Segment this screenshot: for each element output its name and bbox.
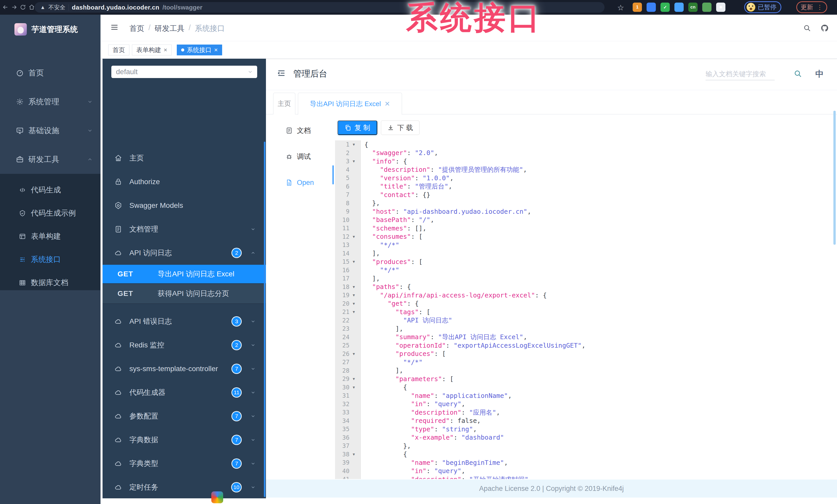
fold-icon[interactable]: ▼ bbox=[351, 143, 360, 147]
code-line: 36 "x-example": "dashboard" bbox=[335, 433, 837, 442]
swagger-endpoint-6[interactable]: GET获得API 访问日志分页 bbox=[103, 283, 266, 304]
sidebar-item-0[interactable]: 首页 bbox=[0, 58, 101, 87]
fold-icon[interactable]: ▼ bbox=[351, 235, 360, 239]
copy-label: 复 制 bbox=[354, 123, 370, 132]
swagger-item-文档管理[interactable]: 文档管理 bbox=[103, 217, 266, 241]
copy-icon bbox=[344, 125, 351, 131]
swagger-scrollbar[interactable] bbox=[264, 142, 265, 497]
paused-extension-pill[interactable]: 已暂停 bbox=[744, 1, 781, 13]
swagger-panel: default 主页AuthorizeSwagger Models文档管理API… bbox=[103, 59, 266, 498]
api-group-select[interactable]: default bbox=[111, 66, 257, 78]
close-icon[interactable]: × bbox=[214, 46, 218, 54]
chevup-icon bbox=[87, 156, 93, 162]
ext-cn-green[interactable]: cn bbox=[688, 3, 698, 12]
breadcrumb-item-0[interactable]: 首页 bbox=[129, 23, 144, 34]
breadcrumb-item-2[interactable]: 系统接口 bbox=[195, 23, 225, 34]
count-badge: 7 bbox=[231, 459, 242, 469]
submenu-item-2[interactable]: 表单构建 bbox=[0, 225, 101, 248]
floating-widget[interactable] bbox=[211, 491, 223, 503]
code-line: 5 "version": "1.0.0", bbox=[335, 174, 837, 182]
dev-tools-submenu: 代码生成代码生成示例表单构建系统接口数据库文档 bbox=[0, 174, 101, 290]
browser-reload-icon[interactable] bbox=[18, 2, 28, 12]
count-badge: 10 bbox=[231, 482, 242, 492]
code-icon bbox=[19, 187, 26, 193]
fold-icon[interactable]: ▼ bbox=[351, 352, 360, 356]
ext-grid-blue[interactable] bbox=[674, 3, 684, 12]
swagger-item-API 错误日志[interactable]: API 错误日志3 bbox=[103, 310, 266, 333]
sidebar-item-2[interactable]: 基础设施 bbox=[0, 116, 101, 145]
swagger-item-主页[interactable]: 主页 bbox=[103, 146, 266, 170]
chevdown-icon bbox=[250, 366, 256, 371]
fold-icon[interactable]: ▼ bbox=[351, 302, 360, 306]
bookmark-star-icon[interactable]: ☆ bbox=[617, 3, 624, 12]
code-line: 30▼ { bbox=[335, 383, 837, 392]
breadcrumb-item-1[interactable]: 研发工具 bbox=[155, 23, 184, 34]
swagger-item-API 访问日志[interactable]: API 访问日志2 bbox=[103, 241, 266, 265]
download-button[interactable]: 下 载 bbox=[381, 120, 420, 135]
fold-icon[interactable]: ▼ bbox=[351, 293, 360, 297]
browser-forward-icon[interactable] bbox=[9, 2, 19, 12]
swagger-item-字典类型[interactable]: 字典类型7 bbox=[103, 452, 266, 475]
swagger-item-定时任务[interactable]: 定时任务10 bbox=[103, 475, 266, 498]
swagger-item-Swagger Models[interactable]: Swagger Models bbox=[103, 194, 266, 217]
ext-pin-blue[interactable] bbox=[646, 3, 656, 12]
close-icon[interactable]: × bbox=[164, 46, 167, 54]
brand-row[interactable]: 芋道管理系统 bbox=[0, 20, 101, 38]
fold-icon[interactable]: ▼ bbox=[351, 159, 360, 163]
fold-icon[interactable]: ▼ bbox=[351, 260, 360, 264]
code-lines: 1▼{2 "swagger": "2.0",3▼ "info": {4 "des… bbox=[335, 141, 837, 479]
sidebar-item-1[interactable]: 系统管理 bbox=[0, 87, 101, 116]
browser-menu-icon[interactable]: ⋮ bbox=[817, 4, 823, 11]
close-icon[interactable]: ✕ bbox=[385, 100, 390, 108]
doc-tab-1[interactable]: 导出API 访问日志 Excel✕ bbox=[298, 93, 402, 115]
swagger-item-Authorize[interactable]: Authorize bbox=[103, 170, 266, 194]
language-icon[interactable]: 中 bbox=[815, 69, 824, 80]
copy-button[interactable]: 复 制 bbox=[338, 120, 377, 135]
ext-star-white[interactable]: ✷ bbox=[716, 3, 726, 12]
doc-search-icon[interactable] bbox=[794, 70, 802, 78]
ext-check-green[interactable]: ✓ bbox=[660, 3, 670, 12]
browser-back-icon[interactable] bbox=[1, 2, 10, 12]
tag-表单构建[interactable]: 表单构建× bbox=[132, 44, 172, 55]
code-line: 26▼ "produces": [ bbox=[335, 350, 837, 358]
code-editor[interactable]: 1▼{2 "swagger": "2.0",3▼ "info": {4 "des… bbox=[335, 141, 837, 479]
submenu-item-3[interactable]: 系统接口 bbox=[0, 248, 101, 271]
code-line: 24 "summary": "导出API 访问日志 Excel", bbox=[335, 333, 837, 341]
fold-icon[interactable]: ▼ bbox=[351, 285, 360, 289]
tag-首页[interactable]: 首页 bbox=[108, 44, 129, 55]
doc-tab-0[interactable]: 主页 bbox=[273, 93, 295, 114]
swagger-item-参数配置[interactable]: 参数配置7 bbox=[103, 404, 266, 428]
ext-leaf-green[interactable] bbox=[702, 3, 712, 12]
search-icon[interactable] bbox=[801, 22, 813, 34]
code-line: 21▼ "tags": [ bbox=[335, 308, 837, 316]
swagger-item-Redis 监控[interactable]: Redis 监控2 bbox=[103, 333, 266, 357]
swagger-endpoint-5[interactable]: GET导出API 访问日志 Excel bbox=[103, 265, 266, 283]
fold-icon[interactable]: ▼ bbox=[351, 310, 360, 314]
page-scrollbar[interactable] bbox=[833, 111, 836, 245]
hamburger-icon[interactable] bbox=[110, 23, 119, 32]
side-tab-Open[interactable]: Open bbox=[266, 173, 335, 192]
cloud-icon bbox=[114, 341, 122, 349]
fold-icon[interactable]: ▼ bbox=[351, 377, 360, 381]
footer: Apache License 2.0 | Copyright © 2019-Kn… bbox=[266, 480, 837, 498]
swagger-item-sys-sms-template-controller[interactable]: sys-sms-template-controller7 bbox=[103, 357, 266, 381]
fold-icon[interactable]: ▼ bbox=[351, 452, 360, 456]
side-tab-调试[interactable]: 调试 bbox=[266, 148, 335, 166]
tag-系统接口[interactable]: 系统接口× bbox=[177, 44, 222, 55]
ext-lock-orange[interactable]: 1 bbox=[633, 3, 642, 12]
submenu-item-1[interactable]: 代码生成示例 bbox=[0, 202, 101, 225]
submenu-item-4[interactable]: 数据库文档 bbox=[0, 271, 101, 294]
swagger-item-代码生成器[interactable]: 代码生成器11 bbox=[103, 381, 266, 404]
side-tab-文档[interactable]: 文档 bbox=[266, 122, 335, 139]
swagger-item-字典数据[interactable]: 字典数据7 bbox=[103, 428, 266, 452]
browser-update-button[interactable]: 更新 ⋮ bbox=[796, 1, 827, 13]
code-line: 25 "operationId": "exportApiAccessLogExc… bbox=[335, 341, 837, 350]
github-icon[interactable] bbox=[819, 22, 830, 34]
code-line: 11 "schemes": [], bbox=[335, 224, 837, 232]
fold-icon[interactable]: ▼ bbox=[351, 385, 360, 389]
doc-search-input[interactable] bbox=[706, 68, 774, 80]
submenu-item-0[interactable]: 代码生成 bbox=[0, 179, 101, 202]
collapse-panel-icon[interactable] bbox=[277, 69, 286, 78]
sidebar-item-3[interactable]: 研发工具 bbox=[0, 145, 101, 174]
shield-icon bbox=[19, 210, 26, 217]
